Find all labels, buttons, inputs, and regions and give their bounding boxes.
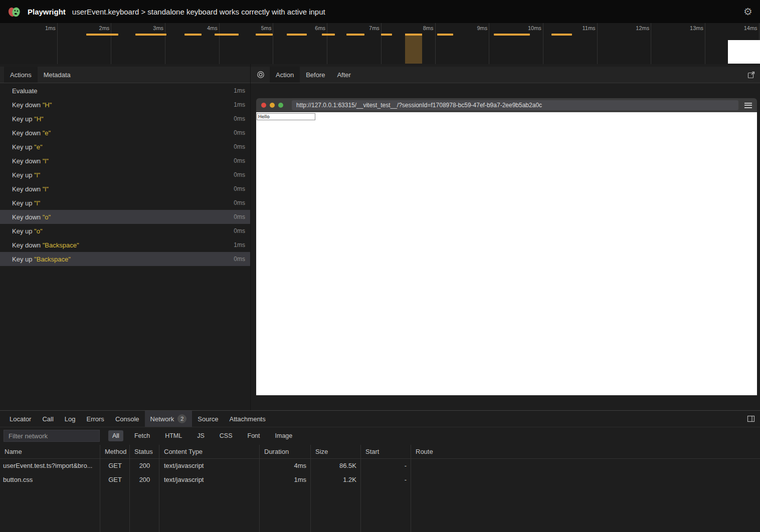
pick-locator-target-icon[interactable]: [255, 67, 270, 83]
network-filter-chip[interactable]: JS: [193, 430, 209, 441]
snapshot-tab[interactable]: Action: [270, 67, 300, 83]
timeline[interactable]: 1ms 2ms 3ms 4ms 5ms 6ms 7ms 8ms 9ms 10ms…: [0, 23, 760, 64]
column-header-name[interactable]: Name: [0, 445, 100, 458]
actions-pane-toolbar: Actions Metadata: [0, 67, 250, 83]
column-header-start[interactable]: Start: [361, 445, 411, 458]
action-key-value: "l": [34, 199, 40, 207]
filter-network-input[interactable]: [4, 430, 100, 442]
timeline-tick-label: 1ms: [45, 25, 56, 31]
tab-label: After: [337, 71, 350, 79]
network-filter-chip[interactable]: Fetch: [130, 430, 154, 441]
tab-label: Call: [42, 415, 53, 423]
action-row[interactable]: Key down "e" 0ms: [0, 126, 250, 140]
action-row[interactable]: Key up "Backspace" 0ms: [0, 252, 250, 266]
details-tab[interactable]: Network 2: [145, 411, 193, 427]
request-method: GET: [100, 459, 130, 473]
column-header-content-type[interactable]: Content Type: [159, 445, 260, 458]
network-table: Name Method Status Content Type Duration…: [0, 445, 760, 532]
tab-label: Actions: [10, 71, 32, 79]
actions-pane-tabs: Actions Metadata: [4, 67, 77, 83]
network-filter-bar: All Fetch HTML JS CSS Font Image: [0, 427, 760, 444]
timeline-action-bar: [381, 34, 392, 36]
playwright-logo-icon: [8, 5, 21, 19]
timeline-segment: 3ms: [111, 23, 165, 64]
network-filter-chip[interactable]: HTML: [161, 430, 186, 441]
timeline-tick-label: 13ms: [690, 25, 703, 31]
request-status: 200: [130, 459, 159, 473]
details-tab[interactable]: Locator: [4, 411, 37, 427]
tab-label: Source: [198, 415, 218, 423]
request-start: -: [361, 459, 411, 473]
column-header-method[interactable]: Method: [100, 445, 130, 458]
action-label: Key down "l": [12, 157, 49, 165]
action-label: Key down "l": [12, 185, 49, 193]
action-duration: 0ms: [234, 199, 245, 206]
request-route: [411, 459, 760, 473]
timeline-segment: 4ms: [165, 23, 220, 64]
chip-label: Fetch: [134, 432, 150, 439]
request-status: 200: [130, 473, 159, 487]
column-header-duration[interactable]: Duration: [260, 445, 311, 458]
details-tab[interactable]: Attachments: [224, 411, 271, 427]
network-filter-chip[interactable]: Image: [271, 430, 297, 441]
details-tab[interactable]: Console: [110, 411, 145, 427]
details-tab[interactable]: Errors: [81, 411, 109, 427]
action-row[interactable]: Key up "e" 0ms: [0, 140, 250, 154]
action-row[interactable]: Key down "l" 0ms: [0, 154, 250, 168]
details-tab[interactable]: Log: [59, 411, 81, 427]
timeline-segment: 2ms: [58, 23, 112, 64]
settings-gear-icon[interactable]: ⚙: [743, 7, 752, 17]
action-row[interactable]: Key up "l" 0ms: [0, 196, 250, 210]
network-filter-chip[interactable]: CSS: [216, 430, 237, 441]
action-key-value: "Backspace": [43, 241, 79, 249]
network-request-row[interactable]: button.css GET 200 text/javascript 1ms 1…: [0, 473, 760, 487]
timeline-segment: 6ms: [273, 23, 327, 64]
tab-label: Errors: [86, 415, 104, 423]
action-row[interactable]: Key up "l" 0ms: [0, 168, 250, 182]
action-label: Key down "o": [12, 213, 51, 221]
actions-pane-tab[interactable]: Actions: [4, 67, 38, 83]
action-row[interactable]: Key down "l" 0ms: [0, 182, 250, 196]
details-tab[interactable]: Source: [192, 411, 224, 427]
action-key-value: "o": [34, 227, 42, 235]
action-row[interactable]: Evaluate 1ms: [0, 84, 250, 98]
column-header-size[interactable]: Size: [311, 445, 361, 458]
open-snapshot-popout-icon[interactable]: [742, 67, 760, 83]
timeline-segment: 12ms: [598, 23, 652, 64]
action-duration: 0ms: [234, 115, 245, 122]
action-label: Key up "o": [12, 227, 43, 235]
snapshot-url-bar: http://127.0.0.1:63315/__vitest_test__/?…: [292, 100, 738, 110]
request-route: [411, 473, 760, 487]
network-filter-chip[interactable]: All: [108, 430, 123, 441]
details-tab[interactable]: Call: [37, 411, 59, 427]
action-duration: 0ms: [234, 213, 245, 220]
action-key-value: "l": [43, 157, 49, 165]
network-request-row[interactable]: userEvent.test.ts?import&bro... GET 200 …: [0, 459, 760, 473]
request-size: 86.5K: [311, 459, 361, 473]
timeline-tick-label: 5ms: [261, 25, 272, 31]
action-label: Evaluate: [12, 87, 38, 95]
action-key-value: "l": [34, 171, 40, 179]
snapshot-tab[interactable]: Before: [300, 67, 331, 83]
chip-label: Image: [275, 432, 293, 439]
action-row[interactable]: Key up "H" 0ms: [0, 112, 250, 126]
action-row[interactable]: Key down "o" 0ms: [0, 210, 250, 224]
action-row[interactable]: Key up "o" 0ms: [0, 224, 250, 238]
action-key-value: "l": [43, 185, 49, 193]
action-row[interactable]: Key down "H" 1ms: [0, 98, 250, 112]
details-tab-bar: Locator Call Log Errors Console Network: [0, 411, 760, 427]
snapshot-tab[interactable]: After: [331, 67, 356, 83]
column-header-status[interactable]: Status: [130, 445, 159, 458]
timeline-tick-label: 9ms: [477, 25, 487, 31]
traffic-light-green-icon: [278, 103, 283, 108]
action-row[interactable]: Key down "Backspace" 1ms: [0, 238, 250, 252]
column-header-route[interactable]: Route: [411, 445, 760, 458]
request-duration: 4ms: [260, 459, 311, 473]
network-filter-chip[interactable]: Font: [244, 430, 264, 441]
timeline-segment: 13ms: [651, 23, 705, 64]
toggle-split-view-icon[interactable]: [742, 411, 760, 427]
menu-icon: [744, 103, 752, 108]
request-content-type: text/javascript: [159, 473, 260, 487]
timeline-action-bar: [135, 34, 166, 36]
actions-pane-tab[interactable]: Metadata: [38, 67, 77, 83]
